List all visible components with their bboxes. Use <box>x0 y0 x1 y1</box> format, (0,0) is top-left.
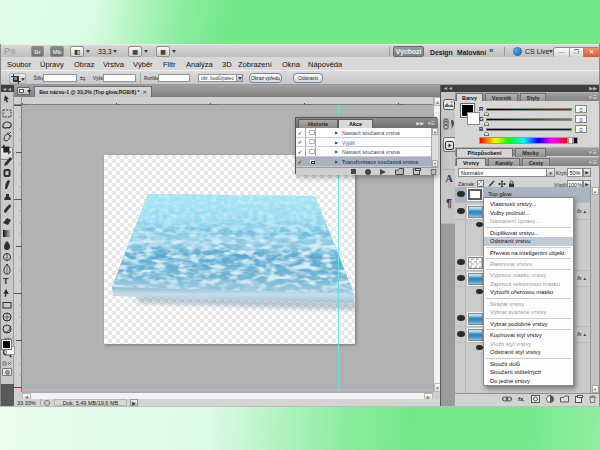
svg-text:T: T <box>3 276 9 286</box>
